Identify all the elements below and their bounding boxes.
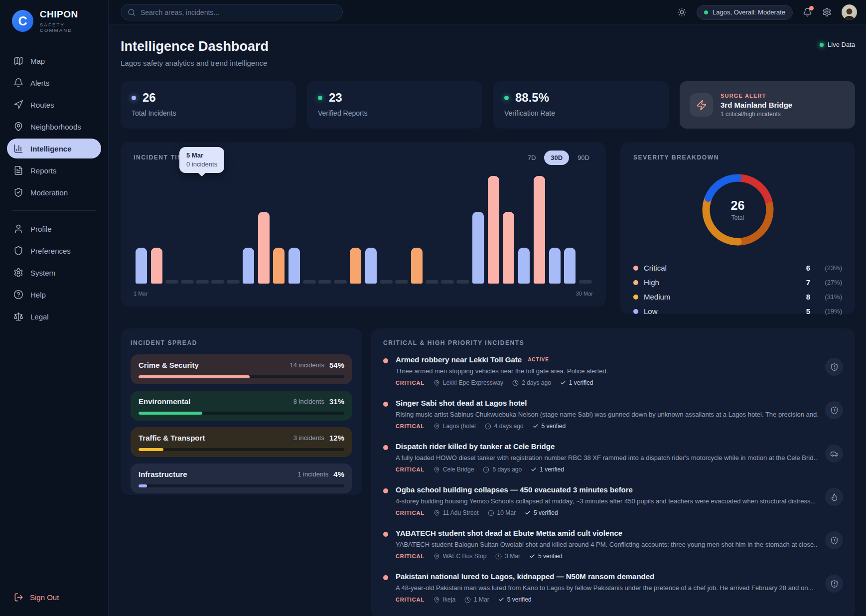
chart-tooltip: 5 Mar 0 incidents [179,147,224,173]
timeline-bar-day-21[interactable] [440,176,455,284]
sidebar-item-intelligence[interactable]: Intelligence [7,139,101,158]
sidebar-item-profile[interactable]: Profile [7,219,101,239]
sidebar-item-label: Legal [30,312,49,321]
incident-row-1[interactable]: Singer Sabi shot dead at Lagos hotelRisi… [383,399,843,430]
range-button-90d[interactable]: 90D [571,151,596,165]
sidebar-item-map[interactable]: Map [7,51,101,71]
timeline-bar-day-5[interactable] [195,176,210,284]
timeline-bar-day-9[interactable] [256,176,272,284]
user-icon [13,224,23,234]
spread-label: Environmental [139,397,190,406]
incident-row-4[interactable]: YABATECH student shot dead at Ebute Mett… [383,529,843,560]
sidebar-item-neighborhoods[interactable]: Neighborhoods [7,117,101,137]
incident-type-button[interactable] [825,531,843,549]
timeline-bar-day-18[interactable] [394,176,409,284]
topbar: Lagos, Overall: Moderate [109,0,866,25]
timeline-bar-day-8[interactable] [241,176,256,284]
timeline-bar-day-25[interactable] [501,176,517,284]
timeline-bar-day-20[interactable] [425,176,440,284]
sidebar-item-alerts[interactable]: Alerts [7,73,101,93]
sidebar-item-system[interactable]: System [7,263,101,283]
surge-card[interactable]: SURGE ALERT 3rd Mainland Bridge 1 critic… [680,81,855,129]
incident-type-button[interactable] [825,358,843,376]
sidebar-item-preferences[interactable]: Preferences [7,241,101,261]
live-data-indicator: Live Data [820,41,855,48]
timeline-bar-day-14[interactable] [333,176,348,284]
incident-row-2[interactable]: Dispatch rider killed by tanker at Cele … [383,442,843,473]
stat-dot [504,96,509,100]
timeline-bar-day-28[interactable] [547,176,563,284]
flame-icon [830,493,839,501]
search-input[interactable] [141,8,336,16]
range-button-30d[interactable]: 30D [544,151,569,165]
legend-label: High [644,278,659,287]
incident-location: Lekki-Epe Expressway [433,379,503,386]
theme-toggle-sun-icon[interactable] [677,7,687,17]
stats-row: 26Total Incidents23Verified Reports88.5%… [121,81,855,129]
timeline-bar-day-29[interactable] [563,176,578,284]
timeline-bar-day-23[interactable] [470,176,486,284]
timeline-bar-day-17[interactable] [379,176,394,284]
check-icon [525,510,531,516]
verified-count: 1 verified [560,379,593,386]
timeline-bar-day-6[interactable] [210,176,226,284]
legend-percent: (19%) [820,308,842,315]
timeline-bar-day-26[interactable] [516,176,532,284]
timeline-bar-day-1[interactable] [134,176,149,284]
severity-dot [383,358,388,363]
map-pin-icon [433,510,440,516]
timeline-bar-day-13[interactable] [317,176,333,284]
verified-count: 5 verified [498,596,532,603]
notifications-bell-icon[interactable] [803,7,812,17]
timeline-bar-day-16[interactable] [363,176,379,284]
incident-timeline-card: INCIDENT TIMELINE 7D30D90D 1 Mar 30 Mar … [121,142,606,307]
sidebar-item-legal[interactable]: Legal [7,307,101,326]
incident-row-3[interactable]: Ogba school building collapses — 450 eva… [383,485,843,516]
sidebar-item-reports[interactable]: Reports [7,160,101,180]
sidebar-item-routes[interactable]: Routes [7,95,101,115]
sign-out-button[interactable]: Sign Out [0,584,108,616]
legend-row-high: High7(27%) [633,275,842,290]
range-button-7d[interactable]: 7D [521,151,543,165]
timeline-bar-day-12[interactable] [302,176,317,284]
surge-kicker: SURGE ALERT [721,93,792,99]
timeline-bar-day-7[interactable] [225,176,241,284]
incident-row-5[interactable]: Pakistani national lured to Lagos, kidna… [383,572,843,603]
stat-value: 26 [143,91,156,105]
timeline-bar-day-3[interactable] [164,176,179,284]
severity-dot [383,445,388,450]
city-status-pill[interactable]: Lagos, Overall: Moderate [697,5,793,20]
search-bar[interactable] [121,4,343,20]
incident-type-button[interactable] [825,401,843,419]
timeline-bar-day-10[interactable] [272,176,287,284]
sidebar-item-help[interactable]: Help [7,285,101,305]
timeline-bar-day-4[interactable] [179,176,195,284]
settings-gear-icon[interactable] [822,7,832,17]
timeline-bar-day-22[interactable] [455,176,470,284]
user-avatar[interactable] [842,4,857,20]
tooltip-date: 5 Mar [186,152,217,159]
status-text: Lagos, Overall: Moderate [713,8,785,16]
notification-badge [809,6,814,10]
incident-type-button[interactable] [825,488,843,506]
map-pin-icon [433,553,440,560]
timeline-bar-day-27[interactable] [532,176,547,284]
timeline-bar-day-30[interactable] [577,176,593,284]
timeline-bar-day-15[interactable] [348,176,363,284]
timeline-bar-day-19[interactable] [409,176,425,284]
timeline-bar-day-2[interactable] [149,176,164,284]
incident-row-0[interactable]: Armed robbery near Lekki Toll GateACTIVE… [383,355,843,386]
axis-start-label: 1 Mar [134,291,147,297]
timeline-bar-day-11[interactable] [287,176,302,284]
timeline-bar-day-24[interactable] [486,176,501,284]
legend-label: Critical [644,264,667,272]
car-icon [830,450,839,458]
shield-icon [13,246,23,256]
sidebar-item-moderation[interactable]: Moderation [7,182,101,202]
legend-label: Low [644,307,658,315]
incident-description: Rising music artist Sabinus Chukwuebuka … [396,411,818,418]
severity-label: CRITICAL [396,466,425,472]
incident-type-button[interactable] [825,445,843,462]
incident-type-button[interactable] [825,575,843,593]
surge-title: 3rd Mainland Bridge [721,101,792,109]
